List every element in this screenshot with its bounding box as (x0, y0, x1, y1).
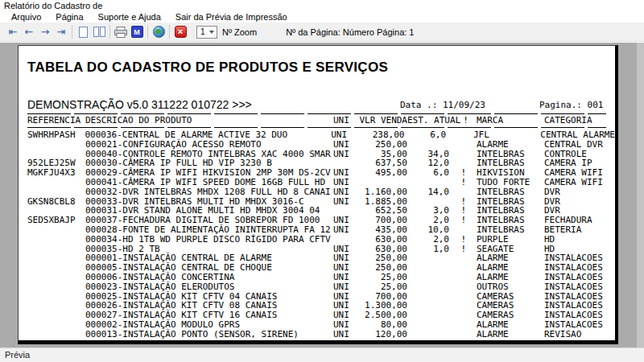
cell-estoque-atual (407, 311, 449, 320)
cell-unidade: UNI (333, 178, 354, 187)
toolbar-separator (169, 25, 170, 39)
cell-descricao: 000041-CÂMERA IP WIFI SPEED DOME 16GB FU… (85, 178, 333, 187)
cell-categoria: INSTALACOES (544, 273, 615, 282)
window-title: Relatório do Cadastro de (0, 0, 644, 11)
vertical-scrollbar[interactable] (637, 43, 644, 348)
table-header-row: REFERENCIA DESCRICAO DO PRODUTO UNI VLR … (19, 116, 615, 125)
cell-categoria: HD (544, 235, 615, 245)
table-row: 000021-CONFIGURAÇÃO ACESSO REMOTO UNI 25… (19, 140, 615, 150)
zoom-label: Nº Zoom (222, 27, 257, 37)
cell-estoque-atual (407, 301, 449, 311)
cell-referencia (27, 273, 85, 282)
menu-bar: Arquivo Página Suporte e Ajuda Sair da P… (0, 11, 644, 23)
divider-line (27, 127, 606, 128)
cell-estoque-atual: 1,0 (407, 245, 449, 254)
cell-estoque-atual (407, 320, 449, 330)
cell-estoque-atual (407, 253, 449, 263)
two-page-icon (93, 27, 105, 37)
previous-page-button[interactable]: ← (21, 24, 37, 39)
cell-unidade: UNI (333, 197, 354, 207)
header-unidade: UNI (333, 116, 354, 125)
table-row: 000032-DVR INTELBRAS MHDX 1208 FULL HD 8… (19, 187, 615, 197)
cell-descricao: 000028-FONTE DE ALIMENTAÇÃO ININTERRUPTA… (85, 225, 333, 235)
preview-area: TABELA DO CADASTRO DE PRODUTOS E SERVIÇO… (0, 43, 644, 348)
cell-exclamation (449, 301, 466, 311)
menu-pagina[interactable]: Página (48, 12, 90, 22)
cell-descricao: 000021-CONFIGURAÇÃO ACESSO REMOTO (85, 140, 333, 150)
single-page-icon (79, 27, 88, 38)
cell-categoria: INSTALACOES (544, 282, 615, 292)
two-page-view-button[interactable] (91, 24, 107, 39)
cell-exclamation (446, 130, 463, 140)
cell-estoque-atual (407, 178, 449, 187)
stop-button[interactable]: × (172, 24, 188, 39)
cell-vlr-venda: 80,00 (354, 320, 407, 330)
cell-referencia (27, 225, 85, 235)
cell-referencia (27, 245, 85, 254)
divider-line (27, 113, 606, 114)
table-row: 000041-CÂMERA IP WIFI SPEED DOME 16GB FU… (19, 178, 615, 187)
cell-referencia (27, 263, 85, 273)
header-exclamation: ! (460, 116, 471, 125)
cell-descricao: 000034-HD 1TB WD PURPLE DISCO RÍGIDO PAR… (85, 235, 333, 245)
cell-categoria: CENTRAL DVR (544, 140, 615, 150)
cell-marca: INTELBRAS (477, 187, 544, 197)
cell-referencia (27, 320, 85, 330)
next-page-button[interactable]: → (37, 24, 53, 39)
table-row: 000034-HD 1TB WD PURPLE DISCO RÍGIDO PAR… (19, 235, 615, 245)
header-descricao: DESCRICAO DO PRODUTO (85, 116, 333, 125)
printer-icon (114, 27, 127, 38)
cell-estoque-atual: 6,0 (407, 168, 449, 178)
status-bar: Prévia (0, 348, 644, 362)
print-preview-icon: M (131, 26, 143, 38)
cell-marca: TUDO FORTE (477, 178, 544, 187)
report-date: Data .: 11/09/23 (400, 100, 485, 110)
cell-exclamation (449, 150, 466, 159)
next-page-icon: → (41, 27, 50, 37)
menu-arquivo[interactable]: Arquivo (4, 12, 48, 22)
cell-estoque-atual (407, 282, 449, 292)
cell-exclamation (449, 273, 466, 282)
cell-unidade: UNI (333, 282, 354, 292)
cell-estoque-atual: 2,0 (407, 235, 449, 245)
cell-descricao: 000013-INSTALAÇÃO PONTO (SENSOR, SIRENE) (85, 330, 333, 339)
toolbar-separator (109, 25, 110, 39)
cell-vlr-venda: 1.160,00 (354, 187, 407, 197)
menu-suporte-e-ajuda[interactable]: Suporte e Ajuda (91, 12, 168, 22)
cell-referencia (27, 311, 85, 320)
report-title: TABELA DO CADASTRO DE PRODUTOS E SERVIÇO… (27, 60, 615, 76)
cell-vlr-venda: 495,00 (354, 168, 407, 178)
cell-marca: INTELBRAS (477, 225, 544, 235)
report-page: TABELA DO CADASTRO DE PRODUTOS E SERVIÇO… (18, 45, 618, 344)
cell-exclamation: ! (449, 235, 466, 245)
export-button[interactable] (151, 24, 167, 39)
print-button[interactable] (113, 24, 129, 39)
first-page-button[interactable]: ⇤ (5, 24, 21, 39)
cell-referencia (27, 253, 85, 263)
last-page-button[interactable]: ⇥ (53, 24, 69, 39)
first-page-icon: ⇤ (9, 27, 18, 37)
cell-estoque-atual (407, 273, 449, 282)
cell-descricao: 000023-INSTALAÇÃO ELERODUTOS (85, 282, 333, 292)
cell-exclamation (449, 320, 466, 330)
report-subline: DEMONSTRAÇÃO v5.0 311222 010722 >>> Data… (27, 97, 606, 111)
menu-sair-da-previa[interactable]: Sair da Prévia de Impressão (168, 12, 295, 22)
cell-estoque-atual: 6,0 (404, 130, 446, 140)
cell-exclamation (449, 282, 466, 292)
cell-estoque-atual (407, 263, 449, 273)
cell-exclamation: ! (449, 245, 466, 254)
zoom-select[interactable]: 1 (196, 26, 217, 39)
zoom-select-value: 1 (200, 27, 205, 36)
cell-exclamation (449, 253, 466, 263)
single-page-view-button[interactable] (75, 24, 91, 39)
cell-unidade: UNI (333, 330, 354, 339)
previous-page-icon: ← (25, 27, 34, 37)
cell-unidade: UNI (333, 187, 354, 197)
cell-referencia: MGKFJU4X3 (27, 168, 85, 178)
header-vlr-venda: VLR VENDA (354, 116, 407, 125)
cell-categoria: INSTALACOES (544, 320, 615, 330)
cell-marca: OUTROS (477, 282, 544, 292)
print-preview-button[interactable]: M (129, 24, 145, 39)
cell-referencia (27, 301, 85, 311)
cell-vlr-venda: 25,00 (354, 273, 407, 282)
